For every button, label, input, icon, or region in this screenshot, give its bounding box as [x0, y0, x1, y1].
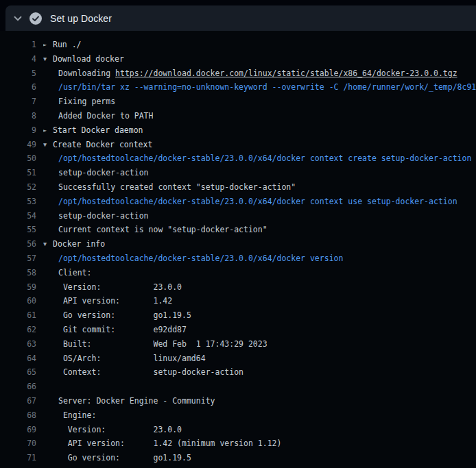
triangle-right-icon[interactable]: ► [43, 38, 53, 52]
line-number[interactable]: 51 [0, 166, 36, 180]
line-content: /opt/hostedtoolcache/docker-stable/23.0.… [43, 251, 343, 266]
step-header[interactable]: Set up Docker [5, 5, 476, 31]
line-content: setup-docker-action [43, 166, 149, 180]
chevron-down-icon[interactable] [12, 13, 23, 24]
line-text: Downloading [58, 69, 115, 78]
line-number[interactable]: 53 [0, 195, 36, 209]
line-number[interactable]: 70 [0, 436, 36, 451]
group-title: Create Docker context [53, 140, 152, 149]
line-number[interactable]: 66 [0, 380, 36, 394]
line-content: /opt/hostedtoolcache/docker-stable/23.0.… [43, 151, 471, 166]
log-line: 66 [0, 380, 476, 394]
log-url-link[interactable]: https://download.docker.com/linux/static… [115, 69, 457, 78]
log-line: 55Current context is now "setup-docker-a… [0, 223, 476, 237]
line-content: /opt/hostedtoolcache/docker-stable/23.0.… [43, 195, 457, 209]
log-group-row[interactable]: 1►Run ./ [0, 38, 476, 52]
log-line: 5Downloading https://download.docker.com… [0, 66, 476, 81]
log-group-row[interactable]: 4▼Download docker [0, 52, 476, 66]
line-number[interactable]: 60 [0, 294, 36, 308]
log-line: 63 Built: Wed Feb 1 17:43:29 2023 [0, 337, 476, 352]
log-line: 71 Go version: go1.19.5 [0, 451, 476, 465]
line-number[interactable]: 1 [0, 38, 36, 52]
line-content: Git commit: d7573ab [43, 465, 187, 468]
line-number[interactable]: 63 [0, 337, 36, 352]
line-content: /usr/bin/tar xz --warning=no-unknown-key… [43, 80, 476, 95]
line-content: Go version: go1.19.5 [43, 451, 191, 465]
log-line: 8Added Docker to PATH [0, 109, 476, 123]
log-group-row[interactable]: 49▼Create Docker context [0, 138, 476, 152]
line-number[interactable]: 9 [0, 123, 36, 138]
line-content: Client: [43, 266, 91, 280]
log-line: 70 API version: 1.42 (minimum version 1.… [0, 436, 476, 451]
line-number[interactable]: 56 [0, 237, 36, 251]
triangle-down-icon[interactable]: ▼ [43, 237, 53, 251]
line-number[interactable]: 64 [0, 352, 36, 366]
line-content: ▼Docker info [43, 237, 105, 251]
log-line: 53/opt/hostedtoolcache/docker-stable/23.… [0, 195, 476, 209]
log-line: 58Client: [0, 266, 476, 280]
line-content: Version: 23.0.0 [43, 280, 182, 295]
line-number[interactable]: 58 [0, 266, 36, 280]
line-number[interactable]: 52 [0, 180, 36, 195]
line-number[interactable]: 59 [0, 280, 36, 295]
group-title: Start Docker daemon [53, 125, 143, 135]
line-content: ►Start Docker daemon [43, 123, 143, 138]
log-group-row[interactable]: 56▼Docker info [0, 237, 476, 251]
log-line: 60 API version: 1.42 [0, 294, 476, 308]
line-content: Current context is now "setup-docker-act… [43, 223, 267, 237]
line-content: Successfully created context "setup-dock… [43, 180, 296, 195]
line-content: ►Run ./ [43, 38, 82, 52]
log-line: 67Server: Docker Engine - Community [0, 394, 476, 408]
group-title: Run ./ [53, 40, 82, 49]
line-content: Server: Docker Engine - Community [43, 394, 215, 408]
line-number[interactable]: 50 [0, 151, 36, 166]
line-number[interactable]: 61 [0, 308, 36, 323]
line-number[interactable]: 5 [0, 66, 36, 81]
group-title: Download docker [53, 54, 124, 64]
line-number[interactable]: 72 [0, 465, 36, 468]
triangle-down-icon[interactable]: ▼ [43, 138, 53, 152]
line-content: Fixing perms [43, 95, 115, 109]
line-number[interactable]: 4 [0, 52, 36, 66]
line-number[interactable]: 71 [0, 451, 36, 465]
line-content: Engine: [43, 408, 96, 423]
line-number[interactable]: 69 [0, 423, 36, 437]
line-number[interactable]: 8 [0, 109, 36, 123]
line-number[interactable]: 68 [0, 408, 36, 423]
line-number[interactable]: 67 [0, 394, 36, 408]
check-circle-icon [29, 12, 42, 25]
log-line: 54setup-docker-action [0, 209, 476, 223]
log-line: 68 Engine: [0, 408, 476, 423]
triangle-down-icon[interactable]: ▼ [43, 52, 53, 66]
line-content: Git commit: e92dd87 [43, 323, 187, 337]
line-number[interactable]: 49 [0, 138, 36, 152]
line-content: ▼Create Docker context [43, 138, 152, 152]
step-title: Set up Docker [50, 13, 112, 24]
line-number[interactable]: 6 [0, 80, 36, 95]
line-content: OS/Arch: linux/amd64 [43, 352, 206, 366]
line-content: API version: 1.42 (minimum version 1.12) [43, 436, 281, 451]
log-line: 57/opt/hostedtoolcache/docker-stable/23.… [0, 251, 476, 266]
line-number[interactable]: 55 [0, 223, 36, 237]
line-content: Version: 23.0.0 [43, 423, 182, 437]
line-content: Downloading https://download.docker.com/… [43, 66, 457, 81]
line-content: Go version: go1.19.5 [43, 308, 191, 323]
step-header-wrapper: Set up Docker [0, 0, 476, 31]
line-number[interactable]: 57 [0, 251, 36, 266]
line-number[interactable]: 7 [0, 95, 36, 109]
log-line: 69 Version: 23.0.0 [0, 423, 476, 437]
line-number[interactable]: 65 [0, 365, 36, 380]
log-line: 7Fixing perms [0, 95, 476, 109]
log-line: 52Successfully created context "setup-do… [0, 180, 476, 195]
line-number[interactable]: 54 [0, 209, 36, 223]
log-group-row[interactable]: 9►Start Docker daemon [0, 123, 476, 138]
log-line: 65 Context: setup-docker-action [0, 365, 476, 380]
line-content [43, 380, 58, 394]
line-number[interactable]: 62 [0, 323, 36, 337]
log-body: 1►Run ./4▼Download docker5Downloading ht… [0, 31, 476, 468]
log-line: 61 Go version: go1.19.5 [0, 308, 476, 323]
triangle-right-icon[interactable]: ► [43, 123, 53, 138]
log-line: 64 OS/Arch: linux/amd64 [0, 352, 476, 366]
line-content: Context: setup-docker-action [43, 365, 243, 380]
log-line: 62 Git commit: e92dd87 [0, 323, 476, 337]
